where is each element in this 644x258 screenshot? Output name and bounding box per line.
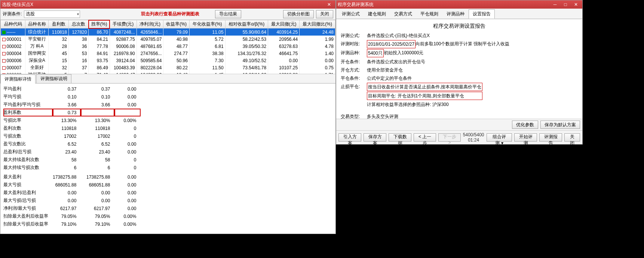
report-tab-0[interactable]: 评测公式: [338, 9, 364, 19]
start-eval-button[interactable]: 开始评测: [514, 133, 537, 142]
report-tabs: 评测公式建仓规则交易方式平仓规则评测品种设置报告: [336, 9, 582, 19]
hint-text: 双击列表行查看品种评测图表: [141, 11, 199, 17]
metric-row: 最大亏损/总亏损0.000.000.00: [3, 197, 141, 204]
chevron-down-icon: ▾: [77, 12, 79, 16]
table-row[interactable]: 000007全新好323786.49100483.39802228.0480.2…: [1, 64, 335, 71]
optimize-button[interactable]: 优化参数: [512, 121, 538, 129]
col-11[interactable]: 最大回撤比(%): [300, 20, 335, 28]
metrics-tabs: 评测指标详情 评测指标说明: [0, 74, 335, 84]
report-title: 程序交易评测设置报告: [341, 22, 578, 30]
metric-row: 总盈利/总亏损23.4023.400.00: [3, 148, 141, 156]
cond-combo[interactable]: 选股 ▾: [24, 10, 80, 18]
report-body: 程序交易评测设置报告 评测公式:条件选股公式-(日线)-绝佳买点X 评测时段:2…: [336, 19, 582, 119]
label-stoploss: 止损平仓:: [341, 83, 367, 108]
report-button[interactable]: 评测报告: [539, 133, 562, 142]
value-stoploss-1: 按当日收盘价计算是否满足止损条件,按本周期最高价平仓: [367, 83, 482, 91]
save-default-button[interactable]: 保存为默认方案: [540, 121, 580, 129]
metric-row: 亏损次数17002170020: [3, 132, 141, 140]
label-symbols: 评测品种:: [341, 49, 367, 57]
metric-row: 平均亏损0.100.100.00: [3, 93, 141, 101]
report-tab-2[interactable]: 交易方式: [390, 9, 416, 19]
metric-row: 亏损比率13.30%13.30%0.00%: [3, 116, 141, 124]
tab-detail[interactable]: 评测指标详情: [0, 75, 36, 84]
value-benchmark: 计算相对收益率选择的参照品种: 沪深300: [367, 101, 482, 108]
value-symbols-box: 5400只: [367, 49, 384, 57]
minimize-icon[interactable]: ─: [550, 1, 560, 8]
left-titlebar: 选股-绝佳买点X ✕: [0, 0, 335, 9]
table-row[interactable]: 000002万 科A283677.7890006.08487681.6548.7…: [1, 43, 335, 50]
report-tab-4[interactable]: 评测品种: [442, 9, 469, 19]
value-period-box: 2018/01/01-2025/02/27: [367, 40, 415, 48]
metric-row: 最大持续盈利次数58580: [3, 156, 141, 164]
metric-row: 最大盈利/总盈利0.000.000.00: [3, 189, 141, 197]
col-1[interactable]: 品种名称: [25, 20, 49, 28]
col-8[interactable]: 年化收益率(%): [189, 20, 225, 28]
report-tab-1[interactable]: 建仓规则: [364, 9, 390, 19]
close-right-button[interactable]: 关闭: [564, 133, 580, 142]
col-7[interactable]: 收益率(%): [163, 20, 190, 28]
label-tradetype: 交易类型:: [341, 113, 367, 119]
metric-row: 最大持续亏损次数660: [3, 164, 141, 172]
col-0[interactable]: 品种代码: [1, 20, 25, 28]
col-2[interactable]: 盈利数: [49, 20, 69, 28]
table-row[interactable]: 000001平安银行323884.2192887.75409785.0740.9…: [1, 36, 335, 43]
col-10[interactable]: 最大回撤(元): [268, 20, 300, 28]
value-opencond: 条件选股公式发出的开仓信号: [367, 58, 425, 66]
metric-row: 盈亏次数比6.526.520.00: [3, 140, 141, 148]
value-formula: 条件选股公式-(日线)-绝佳买点X: [367, 32, 430, 39]
next-button: 下一步 >: [438, 133, 461, 142]
prev-button[interactable]: < 上一步: [414, 133, 436, 142]
import-button[interactable]: 引入方案: [338, 133, 361, 142]
value-stoploss-2: 目标周期平仓: 开仓达到1个周期,则全部数量平仓: [367, 92, 482, 100]
download-button[interactable]: 下载数据: [389, 133, 411, 142]
left-toolbar: 评测条件: 选股 ▾ 双击列表行查看品种评测图表 导出结果 切换分析图 关闭: [0, 9, 335, 20]
cond-label: 评测条件:: [3, 11, 22, 17]
close-button[interactable]: 关闭: [316, 10, 333, 18]
value-closecond: 公式中定义的平仓条件: [367, 75, 412, 82]
chevron-down-icon: ▾: [501, 140, 503, 146]
table-row[interactable]: 000006深振业A151693.7539124.04509585.6450.9…: [1, 57, 335, 64]
table-header[interactable]: 品种代码品种名称盈利数总次数胜率(%)手续费(元)净利润(元)收益率(%)年化收…: [1, 20, 335, 28]
table-row[interactable]: 000004国华网安455384.91216978.902747656...27…: [1, 50, 335, 57]
col-3[interactable]: 总次数: [68, 20, 89, 28]
metrics-panel: 平均盈利0.370.370.00平均亏损0.100.100.00平均盈利/平均亏…: [0, 84, 335, 234]
value-period-extra: 向前多取100个数据用于计算 强制平仓计入收益: [415, 40, 509, 48]
col-4[interactable]: 胜率(%): [89, 20, 110, 28]
maximize-icon[interactable]: □: [561, 1, 570, 8]
metric-row: 最大亏损686051.88686051.880.00: [3, 181, 141, 189]
table-row[interactable]: ------综合统计11081812782086.704087248...426…: [1, 28, 335, 36]
right-title: 程序交易评测系统: [338, 1, 374, 8]
metric-row: 平均盈利0.370.370.00: [3, 85, 141, 93]
metric-row: 扣除最大盈利后收益率79.05%79.05%0.00%: [3, 212, 141, 220]
status-text: 5400/5400 01:24: [463, 132, 484, 143]
label-opencond: 开仓条件:: [341, 58, 367, 66]
close-icon[interactable]: ✕: [324, 1, 334, 8]
metric-row: 扣除最大亏损后收益率79.10%79.10%0.00%: [3, 220, 141, 228]
label-openmode: 开仓方式:: [341, 66, 367, 74]
label-period: 评测时段:: [341, 40, 367, 48]
metric-row: 最大盈利1738275.881738275.880.00: [3, 173, 141, 181]
close-icon[interactable]: ✕: [571, 1, 581, 8]
switch-chart-button[interactable]: 切换分析图: [283, 10, 314, 18]
left-title: 选股-绝佳买点X: [2, 1, 33, 8]
report-tab-3[interactable]: 平仓规则: [416, 9, 442, 19]
results-table: 品种代码品种名称盈利数总次数胜率(%)手续费(元)净利润(元)收益率(%)年化收…: [0, 20, 335, 74]
metric-row: 盈利次数1108181108180: [3, 124, 141, 132]
tab-explain[interactable]: 评测指标说明: [36, 74, 71, 83]
cond-value: 选股: [26, 11, 35, 17]
col-9[interactable]: 相对收益率α/β(%): [225, 20, 268, 28]
table-row[interactable]: 000008神州高铁5771.4314866.47104033.6610.401…: [1, 71, 335, 74]
export-button[interactable]: 导出结果: [215, 10, 241, 18]
save-button[interactable]: 保存方案: [364, 133, 386, 142]
label-closecond: 平仓条件:: [341, 75, 367, 82]
combo-eval-button[interactable]: 组合评测 ▾: [487, 133, 512, 142]
value-openmode: 使用全部资金开仓: [367, 66, 403, 74]
label-formula: 评测公式:: [341, 32, 367, 39]
report-tab-5[interactable]: 设置报告: [469, 9, 495, 19]
metric-row: 平均盈利/平均亏损3.663.660.00: [3, 101, 141, 109]
metric-row: 净利润/最大亏损6217.976217.970.00: [3, 204, 141, 212]
col-5[interactable]: 手续费(元): [110, 20, 137, 28]
value-symbols-extra: 初始投入1000000元: [384, 49, 424, 57]
col-6[interactable]: 净利润(元): [137, 20, 163, 28]
metric-row: 盈利系数0.73: [3, 109, 141, 116]
